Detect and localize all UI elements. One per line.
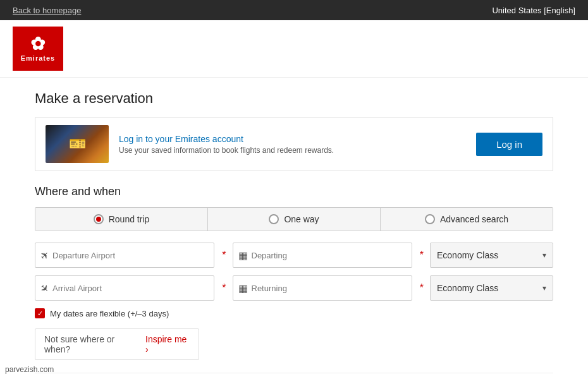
departing-date-input[interactable] xyxy=(252,251,407,260)
arrival-row: ✈ * ▦ * Economy Class ▾ xyxy=(35,275,553,301)
calendar-return-icon: ▦ xyxy=(238,282,248,294)
advanced-label: Advanced search xyxy=(440,214,508,224)
login-description: Use your saved information to book fligh… xyxy=(119,146,466,155)
locale-lang: [English] xyxy=(544,6,575,15)
flexible-dates-checkbox[interactable]: ✓ xyxy=(35,308,45,318)
departing-date-group[interactable]: ▦ xyxy=(233,243,412,268)
departure-class-chevron: ▾ xyxy=(542,251,546,260)
inspire-me-link[interactable]: Inspire me › xyxy=(145,334,190,354)
departure-airport-group[interactable]: ✈ xyxy=(35,243,214,268)
emirates-logo: ✿ Emirates xyxy=(13,27,63,71)
returning-required: * xyxy=(420,282,424,294)
where-when-title: Where and when xyxy=(35,185,553,198)
departure-row: ✈ * ▦ * Economy Class ▾ xyxy=(35,243,553,268)
logo-text: Emirates xyxy=(21,54,55,62)
back-to-homepage-link[interactable]: Back to homepage xyxy=(13,6,81,15)
plane-arrive-icon: ✈ xyxy=(37,281,52,296)
trip-type-selector: Round trip One way Advanced search xyxy=(35,207,553,231)
trip-type-one-way[interactable]: One way xyxy=(208,208,381,231)
round-trip-label: Round trip xyxy=(109,214,150,224)
return-class-chevron: ▾ xyxy=(542,284,546,292)
calendar-depart-icon: ▦ xyxy=(238,250,248,262)
locale-info: United States [English] xyxy=(492,6,575,15)
locale-country: United States xyxy=(492,6,541,15)
arrival-airport-group[interactable]: ✈ xyxy=(35,275,214,301)
plane-depart-icon: ✈ xyxy=(37,248,52,263)
departure-airport-input[interactable] xyxy=(52,251,209,260)
departing-required: * xyxy=(420,250,424,261)
returning-date-group[interactable]: ▦ xyxy=(233,275,412,301)
flexible-dates-row: ✓ My dates are flexible (+/–3 days) xyxy=(35,308,553,318)
return-class-label: Economy Class xyxy=(437,283,498,293)
departure-required: * xyxy=(222,250,226,261)
round-trip-radio-fill xyxy=(96,217,101,222)
one-way-label: One way xyxy=(284,214,319,224)
watermark: parvezish.com xyxy=(5,365,54,374)
login-button[interactable]: Log in xyxy=(476,133,542,156)
one-way-radio xyxy=(269,214,279,224)
inspire-row: Not sure where or when? Inspire me › xyxy=(35,328,199,360)
advanced-radio xyxy=(425,214,435,224)
arrival-required: * xyxy=(222,282,226,294)
return-class-select[interactable]: Economy Class ▾ xyxy=(430,275,553,301)
inspire-text: Not sure where or when? xyxy=(44,334,138,354)
divider xyxy=(35,373,553,373)
page-title: Make a reservation xyxy=(35,90,553,107)
departure-class-label: Economy Class xyxy=(437,250,498,260)
login-account-link[interactable]: Log in to your Emirates account xyxy=(119,134,243,144)
trip-type-round-trip[interactable]: Round trip xyxy=(35,208,208,231)
trip-type-advanced[interactable]: Advanced search xyxy=(381,208,553,231)
departure-class-select[interactable]: Economy Class ▾ xyxy=(430,243,553,268)
returning-date-input[interactable] xyxy=(252,284,407,293)
login-banner: 🎫 Log in to your Emirates account Use yo… xyxy=(35,117,553,171)
login-banner-text: Log in to your Emirates account Use your… xyxy=(119,134,466,155)
login-banner-image: 🎫 xyxy=(46,125,109,163)
round-trip-radio xyxy=(94,214,104,224)
header: ✿ Emirates xyxy=(0,20,588,78)
logo-icon: ✿ xyxy=(30,35,46,53)
where-when-section: Where and when Round trip One way Advanc… xyxy=(35,185,553,360)
main-content: Make a reservation 🎫 Log in to your Emir… xyxy=(16,78,572,379)
arrival-airport-input[interactable] xyxy=(52,284,209,293)
flexible-dates-label: My dates are flexible (+/–3 days) xyxy=(50,309,169,318)
top-bar: Back to homepage United States [English] xyxy=(0,0,588,20)
